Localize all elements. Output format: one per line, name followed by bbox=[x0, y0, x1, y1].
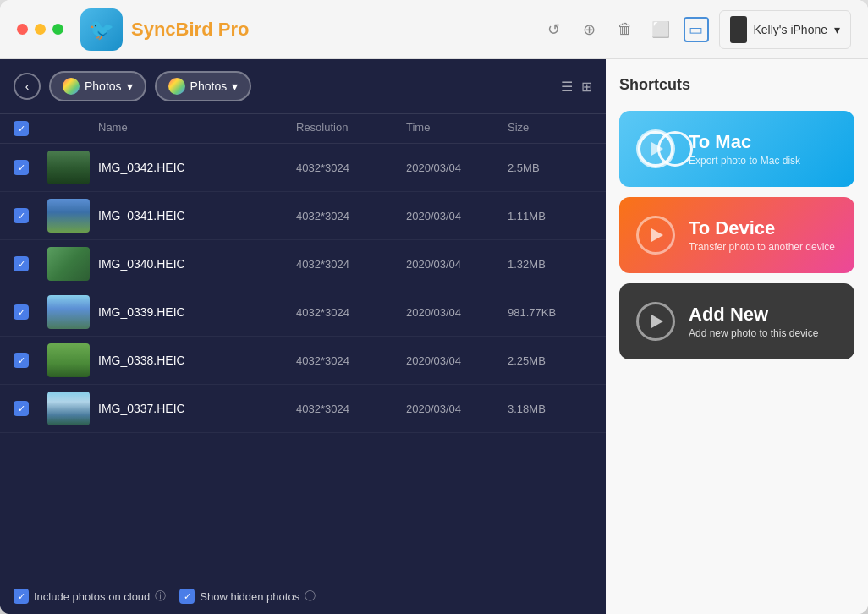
col-size: Size bbox=[508, 121, 592, 136]
dest-dropdown[interactable]: Photos ▾ bbox=[155, 71, 252, 101]
source-dropdown[interactable]: Photos ▾ bbox=[49, 71, 146, 101]
row-checkbox[interactable]: ✓ bbox=[14, 256, 29, 271]
file-resolution: 4032*3024 bbox=[296, 403, 406, 415]
photo-thumbnail bbox=[47, 247, 90, 281]
to-device-label: To Device bbox=[689, 217, 835, 239]
table-row[interactable]: ✓ IMG_0339.HEIC 4032*3024 2020/03/04 981… bbox=[0, 288, 606, 337]
table-row[interactable]: ✓ IMG_0337.HEIC 4032*3024 2020/03/04 3.1… bbox=[0, 385, 606, 433]
delete-icon[interactable]: 🗑 bbox=[613, 17, 638, 42]
file-resolution: 4032*3024 bbox=[296, 306, 406, 319]
to-mac-text: To Mac Export photo to Mac disk bbox=[689, 131, 800, 167]
info-icon[interactable]: ⓘ bbox=[155, 589, 166, 604]
file-time: 2020/03/04 bbox=[406, 306, 508, 319]
file-time: 2020/03/04 bbox=[406, 403, 508, 415]
app-name: SyncBird Pro bbox=[131, 19, 249, 41]
add-new-card[interactable]: Add New Add new photo to this device bbox=[619, 283, 854, 359]
to-device-card[interactable]: To Device Transfer photo to another devi… bbox=[619, 197, 854, 273]
photo-thumbnail bbox=[47, 343, 90, 377]
table-body: ✓ IMG_0342.HEIC 4032*3024 2020/03/04 2.5… bbox=[0, 144, 606, 578]
photo-thumbnail bbox=[47, 295, 90, 329]
table-header: ✓ Name Resolution Time Size bbox=[0, 114, 606, 144]
file-resolution: 4032*3024 bbox=[296, 210, 406, 222]
add-new-sublabel: Add new photo to this device bbox=[689, 327, 818, 339]
file-time: 2020/03/04 bbox=[406, 210, 508, 222]
left-panel: ‹ Photos ▾ Photos ▾ ☰ ⊞ bbox=[0, 59, 606, 614]
right-panel: Shortcuts To Mac Export photo to Mac dis… bbox=[606, 59, 868, 614]
main-content: ‹ Photos ▾ Photos ▾ ☰ ⊞ bbox=[0, 59, 868, 614]
table-row[interactable]: ✓ IMG_0341.HEIC 4032*3024 2020/03/04 1.1… bbox=[0, 192, 606, 240]
shortcuts-title: Shortcuts bbox=[619, 76, 854, 94]
row-checkbox[interactable]: ✓ bbox=[14, 208, 29, 223]
logo-area: 🐦 SyncBird Pro bbox=[80, 8, 541, 51]
chevron-down-icon: ▾ bbox=[834, 23, 840, 36]
toolbar-right: ☰ ⊞ bbox=[561, 79, 592, 95]
photos-icon bbox=[63, 78, 80, 95]
table-row[interactable]: ✓ IMG_0338.HEIC 4032*3024 2020/03/04 2.2… bbox=[0, 337, 606, 385]
iphone-icon bbox=[730, 16, 747, 43]
file-name: IMG_0338.HEIC bbox=[98, 354, 296, 367]
hidden-checkbox[interactable]: ✓ bbox=[179, 589, 195, 604]
col-time: Time bbox=[406, 121, 508, 136]
close-button[interactable] bbox=[17, 24, 28, 35]
to-device-text: To Device Transfer photo to another devi… bbox=[689, 217, 835, 253]
grid-icon[interactable]: ⊞ bbox=[581, 79, 592, 95]
file-resolution: 4032*3024 bbox=[296, 162, 406, 174]
maximize-button[interactable] bbox=[52, 24, 63, 35]
titlebar-actions: ↺ ⊕ 🗑 ⬜ ▭ Kelly's iPhone ▾ bbox=[541, 10, 852, 49]
info-icon-2[interactable]: ⓘ bbox=[305, 589, 316, 604]
add-icon[interactable]: ⊕ bbox=[577, 17, 602, 42]
add-new-play-btn bbox=[636, 302, 675, 341]
titlebar: 🐦 SyncBird Pro ↺ ⊕ 🗑 ⬜ ▭ Kelly's iPhone … bbox=[0, 0, 868, 59]
to-mac-label: To Mac bbox=[689, 131, 800, 153]
cloud-label: Include photos on cloud bbox=[34, 590, 150, 603]
file-time: 2020/03/04 bbox=[406, 162, 508, 174]
device-name: Kelly's iPhone bbox=[754, 23, 828, 36]
file-time: 2020/03/04 bbox=[406, 354, 508, 367]
file-time: 2020/03/04 bbox=[406, 258, 508, 271]
file-size: 981.77KB bbox=[508, 306, 592, 319]
file-size: 1.11MB bbox=[508, 210, 592, 222]
hidden-label: Show hidden photos bbox=[200, 590, 299, 603]
file-size: 2.5MB bbox=[508, 162, 592, 174]
app-logo: 🐦 bbox=[80, 8, 123, 51]
file-name: IMG_0341.HEIC bbox=[98, 209, 296, 222]
file-resolution: 4032*3024 bbox=[296, 258, 406, 271]
file-name: IMG_0340.HEIC bbox=[98, 257, 296, 271]
footer-item-cloud: ✓ Include photos on cloud ⓘ bbox=[14, 589, 166, 604]
table-row[interactable]: ✓ IMG_0340.HEIC 4032*3024 2020/03/04 1.3… bbox=[0, 240, 606, 288]
play-triangle-icon-2 bbox=[651, 228, 663, 242]
row-checkbox[interactable]: ✓ bbox=[14, 160, 29, 175]
add-new-text: Add New Add new photo to this device bbox=[689, 304, 818, 339]
to-mac-card[interactable]: To Mac Export photo to Mac disk bbox=[619, 111, 854, 187]
add-new-label: Add New bbox=[689, 304, 818, 326]
app-window: 🐦 SyncBird Pro ↺ ⊕ 🗑 ⬜ ▭ Kelly's iPhone … bbox=[0, 0, 868, 614]
row-checkbox[interactable]: ✓ bbox=[14, 353, 29, 368]
minimize-button[interactable] bbox=[35, 24, 46, 35]
device-selector[interactable]: Kelly's iPhone ▾ bbox=[719, 10, 852, 49]
desktop-icon[interactable]: ⬜ bbox=[648, 17, 673, 42]
to-device-sublabel: Transfer photo to another device bbox=[689, 241, 835, 253]
play-triangle-icon-3 bbox=[651, 315, 663, 328]
row-checkbox[interactable]: ✓ bbox=[14, 304, 29, 320]
back-button[interactable]: ‹ bbox=[14, 73, 41, 100]
to-device-play-btn bbox=[636, 216, 675, 255]
photos-icon-2 bbox=[168, 78, 185, 95]
cloud-checkbox[interactable]: ✓ bbox=[14, 589, 29, 604]
toolbar: ‹ Photos ▾ Photos ▾ ☰ ⊞ bbox=[0, 59, 606, 114]
phone-icon[interactable]: ▭ bbox=[684, 17, 709, 42]
refresh-icon[interactable]: ↺ bbox=[541, 17, 567, 42]
row-checkbox[interactable]: ✓ bbox=[14, 401, 29, 416]
to-mac-sublabel: Export photo to Mac disk bbox=[689, 155, 800, 167]
header-checkbox: ✓ bbox=[14, 121, 47, 136]
table-row[interactable]: ✓ IMG_0342.HEIC 4032*3024 2020/03/04 2.5… bbox=[0, 144, 606, 192]
footer: ✓ Include photos on cloud ⓘ ✓ Show hidde… bbox=[0, 578, 606, 614]
file-size: 2.25MB bbox=[508, 354, 592, 367]
footer-item-hidden: ✓ Show hidden photos ⓘ bbox=[179, 589, 316, 604]
chevron-down-icon-2: ▾ bbox=[232, 79, 238, 93]
file-name: IMG_0342.HEIC bbox=[98, 161, 296, 174]
photo-thumbnail bbox=[47, 392, 90, 425]
photo-thumbnail bbox=[47, 199, 90, 233]
file-resolution: 4032*3024 bbox=[296, 354, 406, 367]
chevron-down-icon: ▾ bbox=[127, 79, 133, 93]
menu-icon[interactable]: ☰ bbox=[561, 79, 573, 95]
